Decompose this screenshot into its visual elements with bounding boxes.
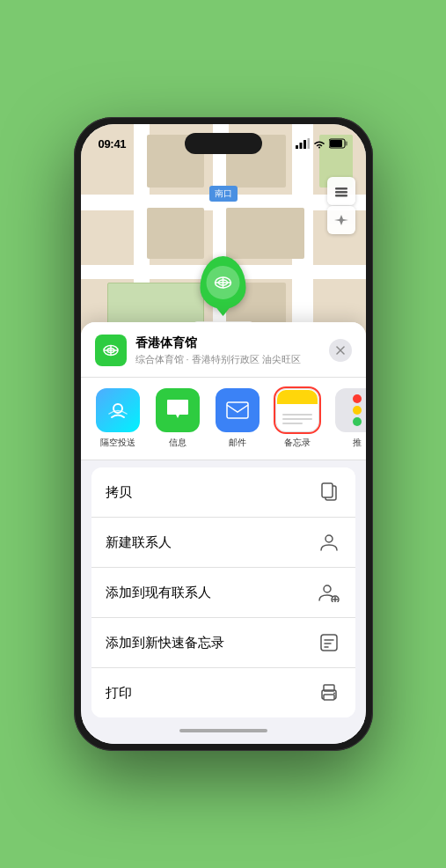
share-more[interactable]: 推: [327, 388, 366, 449]
svg-rect-23: [322, 483, 333, 497]
notes-icon: [277, 390, 318, 430]
person-add-icon: [317, 580, 341, 605]
share-airdrop[interactable]: 隔空投送: [88, 388, 148, 449]
quick-note-label: 添加到新快速备忘录: [106, 635, 224, 651]
action-list: 拷贝 新建联系人: [91, 467, 355, 717]
venue-icon: [101, 341, 121, 360]
status-icons: [296, 138, 348, 149]
more-icon-wrap: [335, 388, 366, 432]
location-icon: [95, 335, 127, 366]
person-icon: [317, 530, 341, 555]
messages-label: 信息: [169, 437, 186, 449]
phone-screen: 09:41: [81, 124, 366, 744]
add-contact-label: 添加到现有联系人: [106, 585, 211, 601]
phone-frame: 09:41: [74, 117, 373, 751]
action-new-contact[interactable]: 新建联系人: [91, 518, 355, 568]
map-location-label: 南口: [209, 186, 238, 202]
note-icon: [317, 630, 341, 655]
messages-icon-wrap: [156, 388, 200, 432]
svg-rect-5: [345, 142, 347, 146]
svg-point-25: [324, 585, 331, 592]
dynamic-island: [185, 133, 262, 154]
action-add-contact[interactable]: 添加到现有联系人: [91, 568, 355, 618]
marker-pin: [201, 256, 246, 309]
share-messages[interactable]: 信息: [148, 388, 208, 449]
airdrop-icon-wrap: [96, 388, 140, 432]
battery-icon: [329, 138, 348, 149]
close-button[interactable]: [329, 339, 352, 362]
mail-icon-wrap: [216, 388, 260, 432]
map-layers-button[interactable]: [327, 177, 355, 205]
location-info: 香港体育馆 综合体育馆 · 香港特别行政区 油尖旺区: [135, 335, 320, 366]
share-mail[interactable]: 邮件: [208, 388, 267, 449]
action-quick-note[interactable]: 添加到新快速备忘录: [91, 618, 355, 668]
mail-icon: [225, 401, 250, 420]
svg-point-36: [333, 693, 335, 695]
copy-label: 拷贝: [106, 484, 132, 501]
close-icon: [336, 346, 345, 355]
svg-point-24: [325, 535, 333, 542]
mail-label: 邮件: [229, 437, 246, 449]
svg-rect-7: [335, 188, 347, 190]
action-print[interactable]: 打印: [91, 668, 355, 717]
share-notes[interactable]: 备忘录: [267, 388, 327, 449]
airdrop-icon: [106, 398, 130, 423]
svg-rect-0: [296, 145, 298, 149]
more-label: 推: [353, 437, 362, 449]
location-subtitle: 综合体育馆 · 香港特别行政区 油尖旺区: [135, 353, 320, 366]
svg-rect-3: [307, 138, 310, 149]
messages-icon: [165, 399, 190, 422]
location-name: 香港体育馆: [135, 335, 320, 351]
svg-rect-1: [299, 143, 302, 149]
map-location-button[interactable]: [327, 206, 355, 234]
more-dots: [346, 387, 366, 433]
new-contact-label: 新建联系人: [106, 534, 172, 551]
wifi-icon: [313, 139, 325, 149]
svg-rect-29: [321, 635, 337, 651]
svg-rect-9: [335, 195, 347, 197]
svg-rect-8: [335, 191, 347, 194]
notes-icon-wrap: [275, 388, 319, 432]
signal-icon: [296, 138, 310, 149]
home-bar: [81, 717, 366, 744]
print-icon: [317, 680, 341, 705]
stadium-icon: [213, 272, 234, 293]
share-row: 隔空投送 信息: [81, 378, 366, 460]
svg-rect-35: [324, 695, 334, 700]
copy-icon: [317, 480, 341, 504]
print-label: 打印: [106, 685, 132, 702]
svg-rect-6: [330, 140, 342, 147]
bottom-sheet: 香港体育馆 综合体育馆 · 香港特别行政区 油尖旺区: [81, 322, 366, 744]
map-button-group: [327, 177, 355, 234]
action-copy[interactable]: 拷贝: [91, 467, 355, 518]
home-indicator: [179, 729, 267, 732]
location-header: 香港体育馆 综合体育馆 · 香港特别行政区 油尖旺区: [81, 322, 366, 378]
svg-rect-2: [303, 140, 306, 149]
notes-label: 备忘录: [284, 437, 311, 449]
svg-rect-21: [227, 402, 248, 418]
status-time: 09:41: [99, 137, 127, 151]
airdrop-label: 隔空投送: [100, 437, 135, 449]
